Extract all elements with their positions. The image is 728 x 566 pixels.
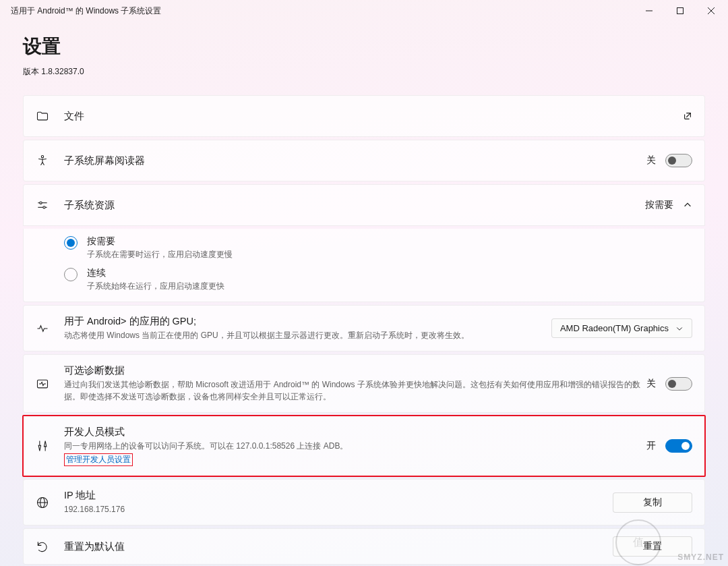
svg-point-4 — [41, 156, 43, 158]
svg-point-6 — [40, 202, 42, 204]
developer-mode-desc: 同一专用网络上的设备可以访问子系统。可以在 127.0.0.1:58526 上连… — [64, 440, 646, 452]
resources-option-continuous[interactable]: 连续 子系统始终在运行，应用启动速度更快 — [24, 263, 704, 302]
settings-list: 文件 子系统屏幕阅读器 关 子系统资源 按需要 — [0, 83, 728, 566]
developer-mode-highlight: 开发人员模式 同一专用网络上的设备可以访问子系统。可以在 127.0.0.1:5… — [22, 415, 706, 477]
gpu-selected: AMD Radeon(TM) Graphics — [560, 323, 669, 333]
gpu-card: 用于 Android> 的应用的 GPU; 动态将使用 Windows 当前正在… — [23, 305, 705, 351]
reset-title: 重置为默认值 — [64, 540, 613, 553]
ip-title: IP 地址 — [64, 489, 613, 502]
titlebar: 适用于 Android™ 的 Windows 子系统设置 — [0, 0, 728, 22]
ip-address-card: IP 地址 192.168.175.176 复制 — [23, 479, 705, 526]
sliders-icon — [36, 198, 64, 212]
developer-mode-toggle[interactable] — [665, 439, 692, 453]
folder-icon — [36, 109, 64, 123]
svg-point-8 — [43, 206, 45, 208]
diagnostics-title: 可选诊断数据 — [64, 364, 646, 377]
screen-reader-card: 子系统屏幕阅读器 关 — [23, 140, 705, 181]
resources-title: 子系统资源 — [64, 199, 645, 212]
tools-icon — [36, 439, 64, 453]
reset-card: 重置为默认值 重置 — [23, 528, 705, 565]
continuous-desc: 子系统始终在运行，应用启动速度更快 — [87, 281, 224, 292]
minimize-button[interactable] — [634, 0, 665, 22]
diagnostics-toggle[interactable] — [665, 377, 692, 391]
on-demand-label: 按需要 — [87, 235, 233, 248]
files-card[interactable]: 文件 — [23, 95, 705, 137]
developer-mode-state: 开 — [646, 440, 656, 452]
ip-value: 192.168.175.176 — [64, 503, 613, 515]
page-title: 设置 — [23, 34, 705, 59]
radio-on-demand[interactable] — [64, 236, 78, 250]
continuous-label: 连续 — [87, 267, 224, 279]
site-watermark-icon: 值 — [615, 519, 662, 566]
resources-options: 按需要 子系统在需要时运行，应用启动速度更慢 连续 子系统始终在运行，应用启动速… — [23, 229, 705, 302]
radio-continuous[interactable] — [64, 268, 78, 281]
page-header: 设置 版本 1.8.32837.0 — [0, 22, 728, 83]
diagnostics-desc: 通过向我们发送其他诊断数据，帮助 Microsoft 改进适用于 Android… — [64, 378, 646, 403]
copy-button[interactable]: 复制 — [613, 492, 692, 513]
close-button[interactable] — [696, 0, 727, 22]
gpu-desc: 动态将使用 Windows 当前正在使用的 GPU，并且可以根据主显示器进行更改… — [64, 329, 551, 341]
on-demand-desc: 子系统在需要时运行，应用启动速度更慢 — [87, 249, 233, 260]
maximize-button[interactable] — [665, 0, 696, 22]
resources-option-on-demand[interactable]: 按需要 子系统在需要时运行，应用启动速度更慢 — [24, 229, 704, 263]
screen-reader-toggle[interactable] — [665, 154, 692, 167]
external-link-icon — [683, 111, 692, 121]
accessibility-icon — [36, 154, 64, 167]
heart-monitor-icon — [36, 377, 64, 391]
undo-icon — [36, 540, 64, 553]
developer-mode-title: 开发人员模式 — [64, 426, 646, 438]
svg-text:值: 值 — [633, 536, 644, 548]
gpu-title: 用于 Android> 的应用的 GPU; — [64, 315, 551, 328]
resources-card[interactable]: 子系统资源 按需要 — [23, 184, 705, 226]
chevron-up-icon — [683, 200, 692, 210]
files-title: 文件 — [64, 110, 683, 123]
heartbeat-icon — [36, 322, 64, 335]
gpu-select[interactable]: AMD Radeon(TM) Graphics — [551, 318, 692, 338]
diagnostics-state: 关 — [646, 378, 656, 390]
globe-icon — [36, 496, 64, 509]
screen-reader-title: 子系统屏幕阅读器 — [64, 154, 646, 167]
version-label: 版本 1.8.32837.0 — [23, 66, 705, 78]
site-watermark: SMYZ.NET — [677, 553, 724, 562]
chevron-down-icon — [675, 324, 684, 333]
resources-state: 按需要 — [645, 199, 673, 211]
developer-settings-link[interactable]: 管理开发人员设置 — [64, 453, 133, 466]
developer-mode-card: 开发人员模式 同一专用网络上的设备可以访问子系统。可以在 127.0.0.1:5… — [24, 416, 704, 476]
screen-reader-state: 关 — [646, 154, 656, 167]
app-title: 适用于 Android™ 的 Windows 子系统设置 — [11, 5, 634, 17]
diagnostics-card: 可选诊断数据 通过向我们发送其他诊断数据，帮助 Microsoft 改进适用于 … — [23, 354, 705, 413]
svg-rect-1 — [677, 8, 684, 14]
